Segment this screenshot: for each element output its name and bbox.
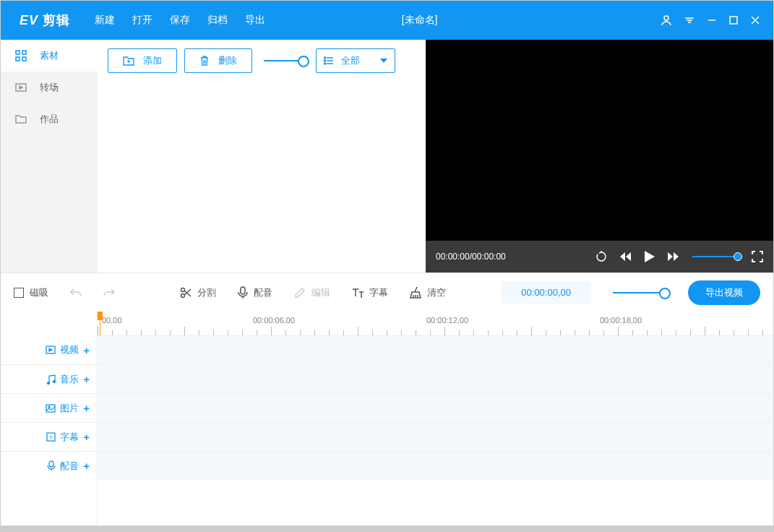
asset-panel: 添加 删除 全部: [98, 40, 426, 273]
titlebar: EV 剪辑 新建 打开 保存 归档 导出 [未命名]: [1, 1, 773, 40]
voice-label: 配音: [254, 286, 272, 299]
logo-text: 剪辑: [38, 13, 70, 27]
track-label-music[interactable]: 音乐 +: [1, 364, 97, 393]
timeline-toolbar: 磁吸 分割 配音 编辑 字幕 清空 00:00:00,00 导出视频: [1, 273, 773, 312]
svg-rect-7: [16, 57, 20, 61]
svg-rect-5: [16, 51, 20, 54]
close-icon[interactable]: [750, 15, 760, 25]
undo-icon: [70, 288, 82, 298]
folder-icon: [15, 113, 27, 125]
redo-button[interactable]: [103, 288, 115, 298]
ruler-mark: 00,00: [102, 316, 122, 325]
filter-label: 全部: [341, 54, 373, 67]
video-preview[interactable]: [426, 40, 773, 241]
tracks-area[interactable]: 00,00 00:00:06,00 00:00:12,00 00:00:18,0…: [98, 312, 773, 525]
preview-panel: 00:00:00/00:00:00: [426, 40, 773, 273]
plus-icon: +: [83, 373, 90, 385]
user-icon[interactable]: [661, 14, 672, 26]
split-button[interactable]: 分割: [180, 286, 216, 299]
main-row: 素材 转场 作品 添加 删除 全部: [1, 40, 773, 273]
track-label-text: 字幕: [60, 431, 79, 444]
clear-button[interactable]: 清空: [410, 286, 446, 299]
snap-toggle[interactable]: 磁吸: [14, 286, 48, 299]
current-time-display: 00:00:00,00: [501, 281, 591, 304]
track-row[interactable]: [98, 393, 773, 422]
svg-point-0: [664, 16, 668, 20]
track-row[interactable]: [98, 422, 773, 451]
voice-track-icon: [47, 460, 56, 471]
track-label-text: 音乐: [60, 373, 79, 386]
forward-icon[interactable]: [668, 252, 679, 262]
add-button[interactable]: 添加: [108, 48, 177, 73]
timeline: 视频 + 音乐 + 图片 + T 字幕 + 配音 + 00,00 00:00:0…: [1, 312, 773, 525]
svg-point-16: [324, 60, 326, 61]
rewind-icon[interactable]: [620, 252, 632, 262]
scissors-icon: [180, 287, 192, 299]
voice-button[interactable]: 配音: [238, 286, 272, 299]
track-label-video[interactable]: 视频 +: [1, 335, 97, 364]
thumbnail-size-slider[interactable]: [264, 60, 304, 61]
zoom-slider[interactable]: [613, 292, 666, 293]
track-label-image[interactable]: 图片 +: [1, 393, 97, 422]
ruler-mark: 00:00:18,00: [600, 316, 642, 325]
ruler-mark: 00:00:06,00: [253, 316, 295, 325]
play-icon[interactable]: [645, 251, 655, 262]
svg-rect-8: [22, 57, 26, 61]
subtitle-label: 字幕: [369, 286, 388, 299]
svg-point-15: [324, 57, 326, 59]
split-label: 分割: [197, 286, 216, 299]
menu-new[interactable]: 新建: [95, 14, 115, 27]
menu-icon[interactable]: [684, 14, 695, 26]
asset-toolbar: 添加 删除 全部: [108, 48, 416, 73]
sidebar-item-label: 转场: [40, 81, 59, 94]
delete-label: 删除: [218, 54, 237, 67]
plus-icon: +: [83, 402, 90, 414]
horizontal-scrollbar[interactable]: [1, 525, 773, 532]
subtitle-button[interactable]: 字幕: [352, 286, 388, 299]
document-title: [未命名]: [179, 14, 661, 27]
track-label-subtitle[interactable]: T 字幕 +: [1, 422, 97, 451]
track-row[interactable]: [98, 335, 773, 364]
filter-dropdown[interactable]: 全部: [316, 48, 395, 73]
clear-label: 清空: [427, 286, 446, 299]
undo-button[interactable]: [70, 288, 82, 298]
plus-icon: +: [83, 344, 90, 356]
snap-label: 磁吸: [30, 286, 48, 299]
svg-point-25: [53, 380, 56, 382]
time-ruler[interactable]: 00,00 00:00:06,00 00:00:12,00 00:00:18,0…: [98, 312, 773, 335]
text-icon: [352, 288, 364, 298]
svg-rect-22: [241, 287, 245, 294]
logo-ev: EV: [20, 13, 38, 27]
app-logo: EV 剪辑: [1, 12, 89, 29]
svg-point-27: [48, 406, 50, 408]
sidebar-item-transition[interactable]: 转场: [1, 72, 98, 103]
edit-button[interactable]: 编辑: [294, 286, 330, 299]
subtitle-track-icon: T: [46, 432, 56, 442]
svg-point-17: [324, 63, 326, 64]
sidebar-item-label: 作品: [40, 113, 59, 126]
replay-icon[interactable]: [595, 251, 607, 262]
maximize-icon[interactable]: [728, 15, 739, 25]
volume-slider[interactable]: [692, 256, 739, 257]
svg-rect-2: [730, 17, 737, 24]
track-label-text: 图片: [60, 402, 79, 415]
svg-text:T: T: [49, 434, 53, 441]
broom-icon: [410, 286, 421, 299]
trash-icon: [199, 55, 210, 66]
sidebar-item-material[interactable]: 素材: [1, 40, 98, 72]
minimize-icon[interactable]: [707, 15, 717, 25]
track-row[interactable]: [98, 451, 773, 480]
track-label-voice[interactable]: 配音 +: [1, 451, 97, 480]
track-labels: 视频 + 音乐 + 图片 + T 字幕 + 配音 +: [1, 312, 98, 525]
track-row[interactable]: [98, 364, 773, 393]
ruler-mark: 00:00:12,00: [426, 316, 468, 325]
chevron-down-icon: [380, 59, 387, 63]
svg-rect-6: [22, 51, 26, 54]
delete-button[interactable]: 删除: [184, 48, 252, 73]
grid-icon: [15, 50, 27, 61]
plus-icon: +: [83, 460, 90, 472]
sidebar-item-projects[interactable]: 作品: [1, 103, 98, 135]
export-video-button[interactable]: 导出视频: [688, 280, 760, 305]
fullscreen-icon[interactable]: [752, 251, 763, 262]
menu-open[interactable]: 打开: [132, 14, 152, 27]
